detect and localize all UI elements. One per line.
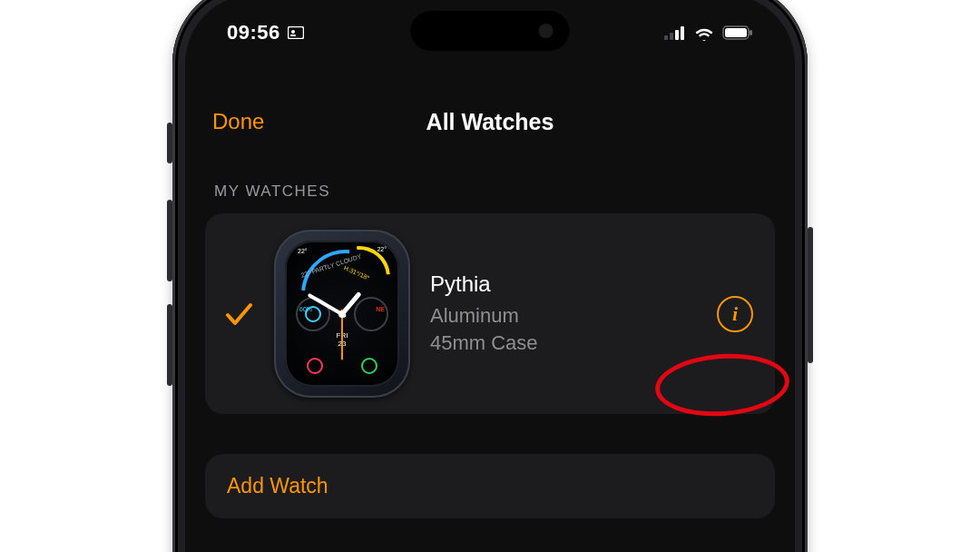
svg-rect-2 — [290, 34, 296, 36]
screen-content: Done All Watches MY WATCHES 2 — [185, 74, 795, 552]
watch-info: Pythia Aluminum 45mm Case — [430, 271, 697, 356]
svg-point-1 — [291, 30, 295, 34]
svg-rect-8 — [725, 28, 747, 37]
face-humidity: 60% — [299, 306, 312, 312]
watch-face: 22° 22° 22° PARTLY CLOUDY H:31°/18° 60% … — [285, 241, 399, 387]
info-icon: i — [732, 302, 738, 326]
done-button[interactable]: Done — [212, 109, 264, 134]
wifi-icon — [693, 25, 715, 41]
watch-name: Pythia — [430, 271, 697, 297]
watch-material: Aluminum — [430, 302, 697, 330]
svg-rect-0 — [288, 27, 303, 39]
add-watch-label: Add Watch — [227, 474, 328, 498]
face-compass: NE — [376, 306, 385, 312]
cellular-signal-icon — [664, 25, 686, 40]
svg-rect-3 — [664, 35, 668, 40]
status-time: 09:56 — [227, 21, 280, 44]
nav-title: All Watches — [426, 109, 554, 135]
watch-thumbnail: 22° 22° 22° PARTLY CLOUDY H:31°/18° 60% … — [274, 230, 410, 398]
svg-rect-9 — [750, 30, 752, 35]
checkmark-icon — [223, 299, 254, 330]
watch-row[interactable]: 22° 22° 22° PARTLY CLOUDY H:31°/18° 60% … — [205, 213, 775, 414]
face-temp-b: 22° — [377, 246, 387, 252]
face-temp-a: 22° — [298, 248, 308, 254]
svg-rect-5 — [675, 30, 679, 40]
info-button[interactable]: i — [717, 296, 753, 332]
side-button-key — [808, 227, 813, 363]
add-watch-button[interactable]: Add Watch — [205, 454, 775, 518]
my-watches-section: MY WATCHES 22° 22° 22° PARTLY CLOUDY — [185, 152, 795, 518]
svg-rect-6 — [681, 26, 684, 40]
phone-body: 09:56 — [172, 0, 808, 552]
phone-screen: 09:56 — [185, 0, 795, 552]
id-card-icon — [288, 26, 304, 39]
volume-down-key — [167, 304, 172, 386]
status-bar: 09:56 — [185, 18, 795, 47]
nav-bar: Done All Watches — [185, 93, 795, 152]
my-watches-header: MY WATCHES — [214, 182, 766, 201]
svg-rect-4 — [670, 33, 673, 40]
battery-icon — [722, 25, 753, 40]
stage: 09:56 — [0, 0, 980, 552]
volume-up-key — [167, 200, 172, 281]
watch-case-size: 45mm Case — [430, 330, 697, 357]
ringer-switch — [167, 123, 172, 163]
